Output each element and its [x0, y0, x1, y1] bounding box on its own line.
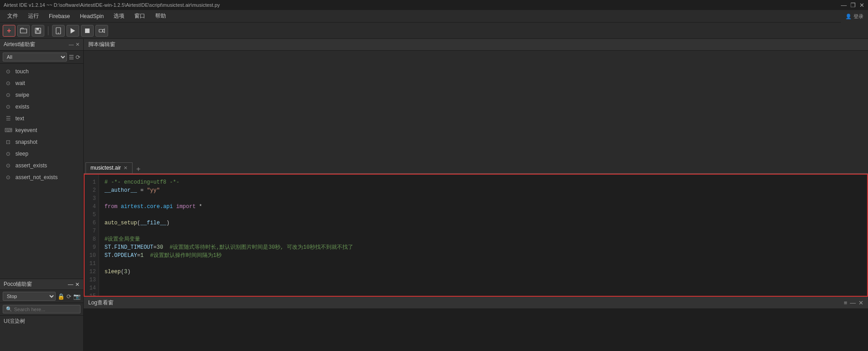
airtest-item-text[interactable]: ☰ text [0, 113, 83, 124]
poco-controls-row: Stop 🔒 ⟳ 📷 [0, 290, 83, 303]
log-minimize-icon[interactable]: — [850, 299, 856, 306]
menu-help[interactable]: 帮助 [151, 11, 171, 21]
airtest-item-assert-not-exists[interactable]: ⊙ assert_not_exists [0, 171, 83, 183]
poco-ui-tree-item[interactable]: UI渲染树 [0, 316, 83, 327]
assert-not-exists-label: assert_not_exists [15, 174, 57, 180]
airtest-item-assert-exists[interactable]: ⊙ assert_exists [0, 160, 83, 171]
poco-ui-tree-label: UI渲染树 [4, 318, 25, 324]
airtest-item-exists[interactable]: ⊙ exists [0, 101, 83, 113]
airtest-filter-row: All ☰ ⟳ [0, 51, 83, 64]
poco-search-area: 🔍 [0, 303, 83, 316]
main-layout: Airtest辅助窗 — ✕ All ☰ ⟳ ⊙ touch [0, 39, 868, 351]
sleep-label: sleep [15, 151, 28, 157]
airtest-filter-icon-1[interactable]: ☰ [69, 54, 74, 61]
snapshot-label: snapshot [15, 139, 38, 145]
menu-window[interactable]: 窗口 [130, 11, 150, 21]
editor-panel-header: 脚本编辑窗 [84, 39, 868, 51]
touch-label: touch [15, 68, 28, 75]
svg-rect-7 [99, 29, 103, 32]
record-button[interactable] [95, 25, 108, 37]
airtest-item-touch[interactable]: ⊙ touch [0, 66, 83, 77]
assert-exists-label: assert_exists [15, 162, 47, 169]
swipe-icon: ⊙ [5, 91, 12, 99]
minimize-button[interactable]: — [841, 2, 847, 9]
maximize-button[interactable]: ❐ [850, 2, 856, 9]
airtest-panel-title: Airtest辅助窗 [4, 41, 35, 48]
title-text: Airtest IDE v1.2.14 ~~ D:\software\Airte… [4, 2, 220, 8]
title-bar-controls: — ❐ ✕ [841, 2, 864, 9]
menu-headspin[interactable]: HeadSpin [76, 12, 109, 21]
poco-search-input[interactable] [14, 307, 77, 312]
editor-panel-title: 脚本编辑窗 [88, 41, 115, 48]
airtest-item-wait[interactable]: ⊙ wait [0, 77, 83, 89]
log-panel-controls: ≡ — ✕ [844, 299, 863, 306]
editor-tab-musictest[interactable]: musictest.air ✕ [85, 162, 133, 173]
keyevent-icon: ⌨ [5, 127, 12, 134]
open-folder-button[interactable] [17, 25, 30, 37]
toolbar-separator-1 [48, 26, 48, 35]
editor-tab-label: musictest.air [90, 165, 121, 171]
log-panel-title: Log查看窗 [88, 299, 114, 307]
poco-panel-close[interactable]: ✕ [75, 281, 80, 288]
new-file-button[interactable]: + [3, 25, 15, 37]
svg-rect-2 [36, 31, 40, 33]
poco-panel-minimize[interactable]: — [68, 281, 73, 288]
airtest-panel-minimize[interactable]: — [69, 42, 74, 47]
wait-icon: ⊙ [5, 80, 12, 87]
poco-panel-header: Poco辅助窗 — ✕ [0, 279, 83, 290]
right-area: 脚本编辑窗 musictest.air ✕ + 12345 678910 111… [84, 39, 868, 351]
play-button[interactable] [66, 25, 79, 37]
menu-file[interactable]: 文件 [3, 11, 23, 21]
poco-device-select[interactable]: Stop [3, 292, 56, 301]
airtest-item-keyevent[interactable]: ⌨ keyevent [0, 124, 83, 136]
poco-refresh-icon[interactable]: ⟳ [66, 293, 71, 300]
menu-run[interactable]: 运行 [24, 11, 43, 21]
svg-point-4 [58, 33, 59, 33]
assert-exists-icon: ⊙ [5, 162, 12, 169]
menu-bar: 文件 运行 Firebase HeadSpin 选项 窗口 帮助 👤 登录 [0, 10, 868, 23]
editor-tab-close[interactable]: ✕ [123, 165, 128, 171]
line-numbers: 12345 678910 1112131415 [85, 175, 99, 297]
exists-icon: ⊙ [5, 103, 12, 110]
login-label[interactable]: 登录 [854, 13, 863, 20]
keyevent-label: keyevent [15, 127, 37, 133]
left-panel: Airtest辅助窗 — ✕ All ☰ ⟳ ⊙ touch [0, 39, 84, 351]
editor-add-tab-button[interactable]: + [136, 165, 140, 173]
editor-pane: 脚本编辑窗 musictest.air ✕ + 12345 678910 111… [84, 39, 868, 297]
toolbar: + [0, 23, 868, 39]
wait-label: wait [15, 80, 25, 86]
device-button[interactable] [52, 25, 65, 37]
user-icon: 👤 [845, 14, 852, 19]
airtest-item-snapshot[interactable]: ⊡ snapshot [0, 136, 83, 148]
menu-firebase[interactable]: Firebase [44, 12, 75, 21]
login-button[interactable]: 👤 登录 [841, 10, 868, 23]
assert-not-exists-icon: ⊙ [5, 174, 12, 181]
code-editor[interactable]: 12345 678910 1112131415 # -*- encoding=u… [84, 174, 868, 297]
airtest-filter-select[interactable]: All [3, 52, 67, 62]
text-label: text [15, 115, 24, 122]
log-close-icon[interactable]: ✕ [859, 299, 863, 306]
svg-marker-5 [71, 28, 75, 33]
poco-lock-icon[interactable]: 🔒 [57, 293, 65, 300]
code-content[interactable]: # -*- encoding=utf8 -*- __author__ = "yy… [99, 175, 867, 297]
save-button[interactable] [32, 25, 44, 37]
airtest-panel-close[interactable]: ✕ [76, 42, 80, 47]
close-button[interactable]: ✕ [859, 2, 864, 9]
poco-search-icon: 🔍 [6, 306, 12, 312]
log-viewer-pane: Log查看窗 ≡ — ✕ [84, 297, 868, 351]
airtest-filter-icons: ☰ ⟳ [69, 54, 81, 61]
airtest-filter-icon-2[interactable]: ⟳ [76, 54, 81, 61]
airtest-panel-header: Airtest辅助窗 — ✕ [0, 39, 83, 51]
log-filter-icon[interactable]: ≡ [844, 299, 847, 306]
swipe-label: swipe [15, 92, 29, 98]
log-panel-header: Log查看窗 ≡ — ✕ [84, 297, 868, 309]
airtest-panel-controls: — ✕ [69, 42, 80, 47]
airtest-item-sleep[interactable]: ⊙ sleep [0, 148, 83, 160]
airtest-item-swipe[interactable]: ⊙ swipe [0, 89, 83, 101]
poco-screenshot-icon[interactable]: 📷 [73, 293, 81, 300]
poco-helper-panel: Poco辅助窗 — ✕ Stop 🔒 ⟳ 📷 🔍 [0, 279, 83, 351]
menu-options[interactable]: 选项 [109, 11, 129, 21]
touch-icon: ⊙ [5, 68, 12, 75]
svg-rect-6 [85, 28, 90, 33]
stop-button[interactable] [81, 25, 94, 37]
